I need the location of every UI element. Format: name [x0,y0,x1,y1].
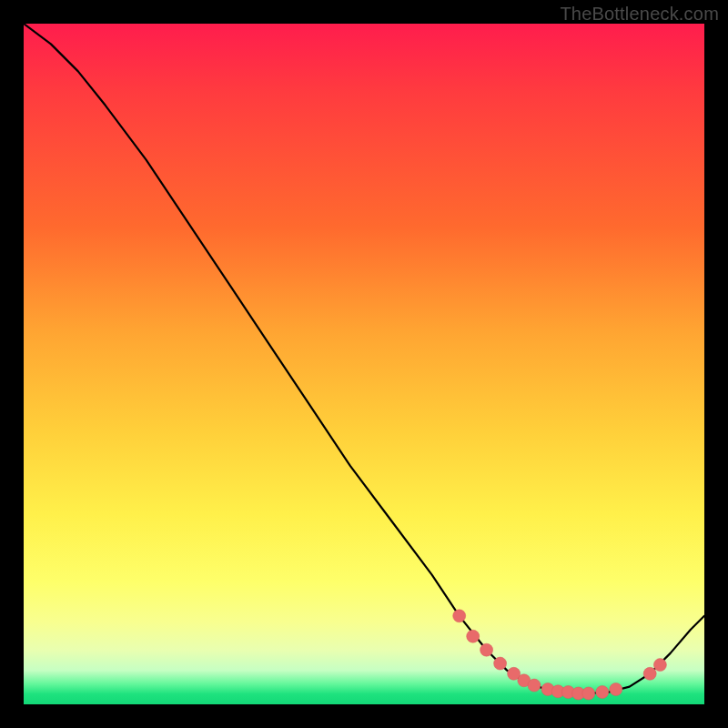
chart-svg [24,24,704,704]
data-point [582,687,595,700]
data-point [480,643,493,656]
data-point [653,659,666,672]
data-point [596,686,609,699]
data-point [518,674,531,687]
data-point [508,667,521,680]
chart-plot-area [24,24,704,704]
data-point [541,683,554,696]
data-point [643,667,656,680]
data-point [561,686,574,699]
data-point [467,630,480,642]
data-point [572,687,585,700]
watermark-text: TheBottleneck.com [560,4,719,25]
data-point [551,685,564,698]
data-point [494,657,507,670]
data-point [453,610,466,622]
chart-frame: TheBottleneck.com [0,0,728,728]
bottleneck-curve [24,24,704,693]
data-point [610,683,622,696]
data-point [528,679,541,692]
data-points [453,610,667,700]
